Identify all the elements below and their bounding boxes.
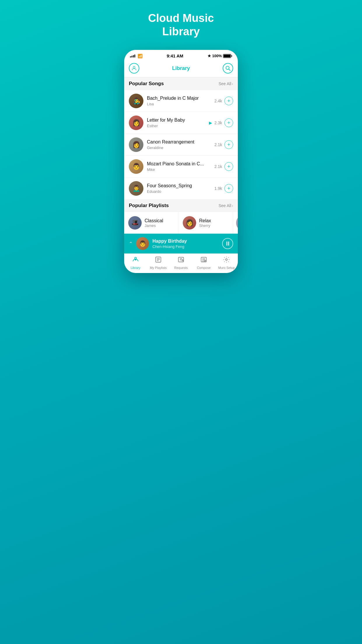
song-name: Bach_Prelude in C Major bbox=[147, 96, 211, 101]
popular-playlists-header: Popular Playlists See All › bbox=[124, 199, 238, 212]
song-artist: Esther bbox=[147, 124, 205, 128]
tab-compose[interactable]: Compose bbox=[192, 256, 215, 270]
song-info: Canon Rearrangement Geraldine bbox=[147, 139, 211, 150]
song-count: 2.1k bbox=[215, 164, 222, 169]
search-icon bbox=[225, 65, 231, 71]
playlist-user: James bbox=[145, 223, 163, 228]
add-song-button[interactable]: + bbox=[224, 97, 233, 105]
song-item[interactable]: 👨 Mozart Piano Sonata in C... Mike 2.1k … bbox=[124, 156, 238, 178]
tab-my-playlists[interactable]: My Playlists bbox=[147, 256, 170, 270]
svg-point-4 bbox=[135, 259, 136, 260]
svg-point-3 bbox=[135, 257, 136, 259]
popular-songs-see-all[interactable]: See All › bbox=[219, 81, 233, 86]
tab-requests[interactable]: Requests bbox=[170, 256, 192, 270]
requests-icon bbox=[178, 256, 184, 265]
song-list: 👨‍🎤 Bach_Prelude in C Major Lisa 2.4k + … bbox=[124, 90, 238, 199]
signal-bar-3 bbox=[133, 55, 134, 57]
player-avatar: 👨 bbox=[136, 237, 149, 250]
main-content: Popular Songs See All › 👨‍🎤 Bach_Prelude… bbox=[124, 77, 238, 234]
avatar: 👨‍🦱 bbox=[129, 181, 143, 196]
avatar: 👨‍🎤 bbox=[129, 94, 143, 108]
compose-icon bbox=[200, 256, 207, 265]
muro-setup-icon bbox=[223, 256, 230, 265]
tab-label: Requests bbox=[174, 266, 188, 270]
song-name: Canon Rearrangement bbox=[147, 139, 211, 145]
battery-fill bbox=[224, 55, 231, 57]
bluetooth-icon: ★ bbox=[208, 54, 211, 58]
playlist-item[interactable]: 🎩 Classical James bbox=[124, 212, 179, 234]
search-button[interactable] bbox=[223, 63, 233, 74]
player-bar[interactable]: ⌃ 👨 Happy Birthday Chen-Hsiang Feng bbox=[124, 234, 238, 253]
tab-label: Library bbox=[131, 266, 140, 270]
app-title: Cloud Music Library bbox=[124, 9, 238, 41]
avatar: 👩 bbox=[129, 116, 143, 130]
chevron-right-icon: › bbox=[232, 81, 233, 86]
user-icon bbox=[131, 65, 137, 71]
tab-bar: Library My Playlists bbox=[124, 253, 238, 273]
page-title: Library bbox=[172, 65, 190, 71]
battery-body bbox=[223, 54, 231, 58]
svg-point-10 bbox=[182, 260, 183, 261]
add-song-button[interactable]: + bbox=[224, 140, 233, 149]
signal-bar-2 bbox=[131, 56, 132, 57]
wifi-icon: 📶 bbox=[138, 54, 143, 58]
song-artist: Eduardo bbox=[147, 189, 211, 194]
song-artist: Lisa bbox=[147, 102, 211, 106]
song-right: 2.1k + bbox=[215, 162, 233, 171]
playlist-section: 🎩 Classical James 👩 Relax Sherry bbox=[124, 212, 238, 234]
avatar: 👨 bbox=[129, 159, 143, 174]
tab-label: Compose bbox=[197, 266, 210, 270]
song-item[interactable]: 👨‍🦱 Four Seasons_Spring Eduardo 1.9k + bbox=[124, 178, 238, 199]
song-right: ▶ 2.3k + bbox=[209, 118, 233, 127]
playlist-name: Relax bbox=[199, 218, 211, 223]
pause-button[interactable] bbox=[222, 238, 233, 249]
song-info: Letter for My Baby Esther bbox=[147, 118, 205, 128]
playlist-avatar: 👩 bbox=[183, 216, 196, 230]
battery-indicator bbox=[223, 54, 232, 58]
status-right: ★ 100% bbox=[208, 54, 232, 58]
status-bar: 📶 9:41 AM ★ 100% bbox=[124, 50, 238, 61]
song-count: 2.3k bbox=[215, 120, 222, 125]
svg-point-16 bbox=[226, 259, 227, 260]
playlist-avatar: 🎩 bbox=[128, 216, 142, 230]
avatar: 👩 bbox=[129, 137, 143, 152]
chevron-up-icon[interactable]: ⌃ bbox=[129, 241, 133, 246]
battery-tip bbox=[231, 55, 232, 57]
profile-button[interactable] bbox=[129, 63, 139, 74]
song-name: Mozart Piano Sonata in C... bbox=[147, 161, 211, 167]
song-item[interactable]: 👩 Canon Rearrangement Geraldine 2.1k + bbox=[124, 134, 238, 156]
song-info: Mozart Piano Sonata in C... Mike bbox=[147, 161, 211, 172]
library-icon bbox=[132, 256, 139, 265]
song-artist: Geraldine bbox=[147, 146, 211, 150]
partial-avatar bbox=[236, 216, 238, 230]
add-song-button[interactable]: + bbox=[224, 184, 233, 193]
phone-frame: 📶 9:41 AM ★ 100% bbox=[124, 50, 238, 273]
popular-playlists-title: Popular Playlists bbox=[129, 203, 169, 209]
my-playlists-icon bbox=[155, 256, 162, 265]
add-song-button[interactable]: + bbox=[224, 162, 233, 171]
battery-percent: 100% bbox=[212, 54, 222, 58]
tab-label: Muro Setup bbox=[218, 266, 235, 270]
popular-playlists-see-all[interactable]: See All › bbox=[219, 203, 233, 208]
song-count: 2.4k bbox=[215, 99, 222, 103]
song-name: Letter for My Baby bbox=[147, 118, 205, 123]
status-left: 📶 bbox=[130, 54, 143, 58]
song-item[interactable]: 👨‍🎤 Bach_Prelude in C Major Lisa 2.4k + bbox=[124, 90, 238, 112]
nav-bar: Library bbox=[124, 61, 238, 77]
song-artist: Mike bbox=[147, 167, 211, 172]
song-item[interactable]: 👩 Letter for My Baby Esther ▶ 2.3k + bbox=[124, 112, 238, 134]
playlist-item-partial bbox=[233, 212, 238, 234]
playlist-scroll: 🎩 Classical James 👩 Relax Sherry bbox=[124, 212, 238, 234]
song-count: 1.9k bbox=[215, 186, 222, 191]
tab-muro-setup[interactable]: Muro Setup bbox=[215, 256, 238, 270]
tab-library[interactable]: Library bbox=[124, 256, 147, 270]
playlist-info: Relax Sherry bbox=[199, 218, 211, 228]
chevron-right-icon: › bbox=[232, 203, 233, 208]
add-song-button[interactable]: + bbox=[224, 118, 233, 127]
see-all-label: See All bbox=[219, 81, 231, 86]
playlist-user: Sherry bbox=[199, 223, 211, 228]
playlist-item[interactable]: 👩 Relax Sherry bbox=[179, 212, 233, 234]
song-info: Bach_Prelude in C Major Lisa bbox=[147, 96, 211, 106]
player-info: Happy Birthday Chen-Hsiang Feng bbox=[152, 239, 219, 249]
song-right: 2.4k + bbox=[215, 97, 233, 105]
